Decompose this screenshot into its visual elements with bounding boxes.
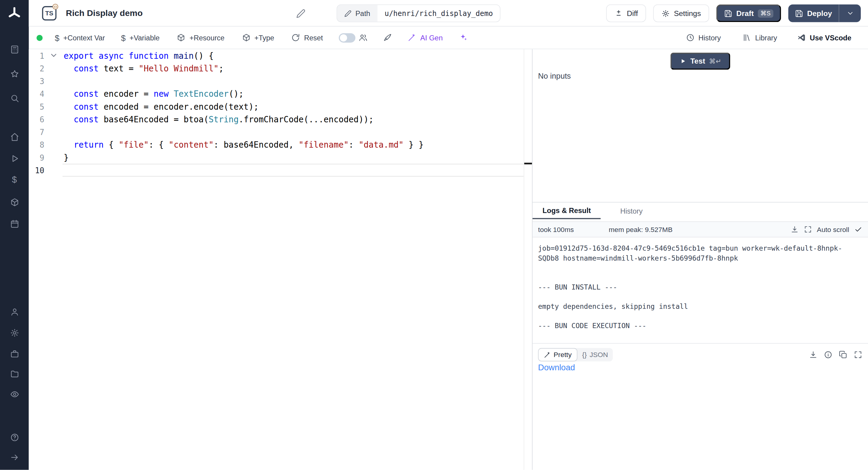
expand-icon[interactable] <box>804 225 812 234</box>
windmill-logo-icon[interactable] <box>7 6 22 23</box>
use-vscode-button[interactable]: Use VScode <box>797 33 851 42</box>
path-button[interactable]: Path <box>337 5 378 22</box>
code-line[interactable]: 3 <box>29 75 524 87</box>
pretty-view-button[interactable]: Pretty <box>538 348 577 361</box>
add-variable-button[interactable]: $ +Variable <box>121 33 160 42</box>
line-number[interactable]: 6 <box>29 115 44 124</box>
check-icon[interactable] <box>854 225 863 234</box>
path-value[interactable]: u/henri/rich_display_demo <box>377 5 500 22</box>
settings-button[interactable]: Settings <box>653 4 709 22</box>
use-vscode-label: Use VScode <box>810 33 851 42</box>
collaborators-icon[interactable] <box>359 33 368 42</box>
folder-icon[interactable] <box>9 369 19 378</box>
format-icon[interactable] <box>383 33 392 42</box>
code-line[interactable]: 4 const encoder = new TextEncoder(); <box>29 87 524 100</box>
eye-icon[interactable] <box>9 389 19 399</box>
code-line[interactable]: 5 const encoded = encoder.encode(text); <box>29 100 524 113</box>
reset-button[interactable]: Reset <box>291 33 323 42</box>
fold-chevron-icon[interactable] <box>49 51 58 60</box>
line-number[interactable]: 2 <box>29 64 44 73</box>
overview-ruler[interactable] <box>524 49 532 470</box>
edit-summary-icon[interactable] <box>296 9 306 18</box>
line-number[interactable]: 10 <box>29 166 44 175</box>
code-line[interactable]: 1export async function main() { <box>29 49 524 62</box>
home-icon[interactable] <box>9 132 19 142</box>
download-icon[interactable] <box>809 350 817 359</box>
code-lines: 1export async function main() {2 const t… <box>29 49 524 176</box>
line-number[interactable]: 9 <box>29 153 44 162</box>
add-resource-button[interactable]: +Resource <box>177 33 224 42</box>
code-editor[interactable]: 1export async function main() {2 const t… <box>29 49 524 470</box>
help-icon[interactable] <box>9 432 19 442</box>
save-icon <box>724 9 733 18</box>
history-button[interactable]: History <box>686 33 721 42</box>
line-number[interactable]: 8 <box>29 140 44 149</box>
logs-text[interactable]: job=01912d75-163d-8204-47c9-5469c516cb1e… <box>538 244 856 331</box>
deploy-button-group: Deploy <box>788 4 861 22</box>
add-context-var-button[interactable]: $ +Context Var <box>55 33 105 42</box>
copy-icon[interactable] <box>839 350 847 359</box>
code-line[interactable]: 6 const base64Encoded = btoa(String.from… <box>29 113 524 126</box>
result-toolbar: Pretty {} JSON <box>538 347 862 362</box>
json-view-button[interactable]: {} JSON <box>577 348 613 361</box>
path-group: Path u/henri/rich_display_demo <box>337 4 501 22</box>
line-number[interactable]: 1 <box>29 51 44 60</box>
multiplayer-toggle[interactable] <box>339 33 355 42</box>
info-icon[interactable] <box>824 350 832 359</box>
gear-icon[interactable] <box>9 327 19 338</box>
deploy-button[interactable]: Deploy <box>788 4 838 22</box>
play-icon[interactable] <box>9 153 19 163</box>
star-icon[interactable] <box>9 69 19 79</box>
cursor-position-mark <box>524 163 532 164</box>
result-tabs: Logs & Result History <box>532 202 868 219</box>
code-line[interactable]: 10 <box>29 164 524 177</box>
json-view-label: JSON <box>590 351 608 358</box>
add-context-var-label: +Context Var <box>63 33 105 42</box>
sparkles-icon[interactable] <box>459 33 467 42</box>
test-button[interactable]: Test ⌘↵ <box>670 53 730 70</box>
auto-scroll-label: Auto scroll <box>817 225 849 233</box>
package-icon <box>177 33 185 42</box>
calculator-icon[interactable] <box>9 44 19 54</box>
code-line[interactable]: 7 <box>29 126 524 138</box>
cube-icon[interactable] <box>9 197 19 207</box>
deploy-dropdown-button[interactable] <box>839 4 861 22</box>
briefcase-icon[interactable] <box>9 349 19 358</box>
search-icon[interactable] <box>9 93 19 103</box>
draft-button-label: Draft <box>736 9 754 18</box>
line-number[interactable]: 3 <box>29 76 44 85</box>
run-duration: took 100ms <box>538 225 574 233</box>
result-splitter[interactable] <box>532 343 868 344</box>
add-resource-label: +Resource <box>190 33 224 42</box>
dollar-icon: $ <box>55 33 59 42</box>
line-number[interactable]: 4 <box>29 90 44 98</box>
code-line[interactable]: 9} <box>29 151 524 164</box>
editor-toolbar: $ +Context Var $ +Variable +Resource +Ty… <box>29 27 868 49</box>
ai-gen-button[interactable]: AI Gen <box>407 33 443 42</box>
bun-icon <box>52 3 59 10</box>
user-icon[interactable] <box>9 307 19 317</box>
code-text: return { "file": { "content": base64Enco… <box>64 140 424 150</box>
download-icon[interactable] <box>790 225 799 234</box>
tab-history[interactable]: History <box>610 202 652 219</box>
expand-icon[interactable] <box>854 350 862 359</box>
add-type-button[interactable]: +Type <box>242 33 274 42</box>
result-view-switch: Pretty {} JSON <box>538 348 613 361</box>
download-result-link[interactable]: Download <box>538 363 575 372</box>
code-line[interactable]: 8 return { "file": { "content": base64En… <box>29 138 524 151</box>
path-button-label: Path <box>355 9 370 18</box>
diff-button[interactable]: Diff <box>607 4 646 22</box>
arrow-right-icon[interactable] <box>9 452 19 462</box>
line-number[interactable]: 5 <box>29 102 44 111</box>
diff-button-label: Diff <box>627 9 638 18</box>
run-stats-row: took 100ms mem peak: 9.527MB Auto scroll <box>532 221 868 238</box>
line-number[interactable]: 7 <box>29 127 44 136</box>
save-icon <box>795 9 804 18</box>
code-line[interactable]: 2 const text = "Hello Windmill"; <box>29 62 524 75</box>
dollar-icon[interactable]: $ <box>9 175 19 185</box>
reset-label: Reset <box>304 33 323 42</box>
tab-logs-result[interactable]: Logs & Result <box>532 202 601 219</box>
calendar-icon[interactable] <box>9 219 19 229</box>
draft-button[interactable]: Draft ⌘S <box>716 4 781 22</box>
library-button[interactable]: Library <box>742 33 777 42</box>
